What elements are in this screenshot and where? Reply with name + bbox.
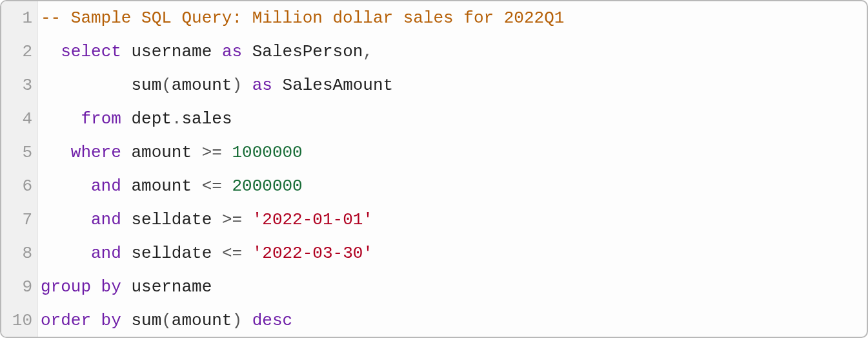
token-keyword: order by	[41, 311, 121, 330]
token-keyword: group by	[41, 277, 121, 297]
token-keyword: select	[61, 42, 121, 61]
token-punct: )	[232, 76, 242, 95]
line-number: 7	[5, 203, 32, 237]
code-line[interactable]: and selldate >= '2022-01-01'	[41, 203, 564, 237]
line-number: 3	[5, 69, 32, 102]
line-number: 8	[5, 237, 32, 270]
token-ident: amount	[131, 143, 192, 162]
token-ident: SalesAmount	[283, 76, 394, 95]
token-keyword: and	[91, 210, 121, 229]
code-line[interactable]: where amount >= 1000000	[41, 136, 564, 169]
code-line[interactable]: -- Sample SQL Query: Million dollar sale…	[41, 1, 564, 35]
token-ident: selldate	[131, 210, 212, 229]
token-op: >=	[202, 143, 222, 162]
line-number-gutter: 1 2 3 4 5 6 7 8 9 10	[1, 1, 38, 337]
token-ident: amount	[131, 176, 192, 196]
token-func: sum	[131, 76, 161, 95]
token-keyword: and	[91, 244, 121, 263]
line-number: 1	[5, 1, 32, 35]
token-keyword: desc	[252, 311, 292, 330]
line-number: 5	[5, 136, 32, 169]
token-keyword: and	[91, 176, 121, 196]
code-line[interactable]: sum(amount) as SalesAmount	[41, 69, 564, 102]
code-line[interactable]: group by username	[41, 270, 564, 304]
token-punct: (	[161, 311, 172, 330]
line-number: 4	[5, 102, 32, 136]
token-func: sum	[131, 311, 161, 330]
token-comment: -- Sample SQL Query: Million dollar sale…	[41, 8, 564, 28]
line-number: 2	[5, 35, 32, 69]
token-keyword: as	[252, 76, 272, 95]
token-keyword: as	[222, 42, 242, 61]
code-line[interactable]: from dept.sales	[41, 102, 564, 136]
token-ident: dept	[131, 109, 171, 129]
token-punct: ,	[363, 42, 373, 61]
line-number: 6	[5, 169, 32, 203]
token-ident: sales	[181, 109, 232, 129]
token-punct: )	[232, 311, 242, 330]
token-keyword: where	[71, 143, 121, 162]
code-line[interactable]: and selldate <= '2022-03-30'	[41, 237, 564, 270]
token-op: <=	[222, 244, 242, 263]
token-ident: amount	[172, 311, 232, 330]
token-keyword: from	[81, 109, 121, 129]
token-punct: (	[161, 76, 172, 95]
line-number: 10	[5, 304, 32, 337]
code-body[interactable]: -- Sample SQL Query: Million dollar sale…	[38, 1, 564, 337]
token-ident: selldate	[131, 244, 212, 263]
code-line[interactable]: select username as SalesPerson,	[41, 35, 564, 69]
token-op: >=	[222, 210, 242, 229]
token-string: '2022-03-30'	[252, 244, 373, 263]
token-ident: amount	[172, 76, 232, 95]
token-ident: SalesPerson	[252, 42, 363, 61]
sql-code-editor[interactable]: 1 2 3 4 5 6 7 8 9 10 -- Sample SQL Query…	[0, 0, 868, 338]
token-string: '2022-01-01'	[252, 210, 373, 229]
code-line[interactable]: order by sum(amount) desc	[41, 304, 564, 337]
token-dot: .	[172, 109, 182, 129]
token-number: 2000000	[232, 176, 303, 196]
line-number: 9	[5, 270, 32, 304]
code-line[interactable]: and amount <= 2000000	[41, 169, 564, 203]
token-number: 1000000	[232, 143, 303, 162]
token-ident: username	[131, 277, 212, 297]
token-op: <=	[202, 176, 222, 196]
code-area[interactable]: 1 2 3 4 5 6 7 8 9 10 -- Sample SQL Query…	[1, 1, 867, 337]
token-ident: username	[131, 42, 212, 61]
